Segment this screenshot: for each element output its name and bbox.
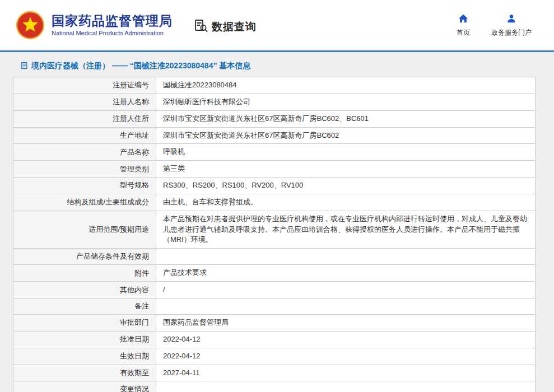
table-row: 变更情况 xyxy=(13,381,536,392)
table-row: 产品储存条件及有效期 xyxy=(13,249,536,265)
row-label: 批准日期 xyxy=(13,331,156,348)
table-row: 注册人名称深圳融昕医疗科技有限公司 xyxy=(13,94,536,110)
nav-home-label: 首页 xyxy=(457,28,470,38)
row-value: 本产品预期在对患者提供护理的专业医疗机构使用，或在专业医疗机构内部进行转运时使用… xyxy=(156,211,536,249)
page-title-text: 境内医疗器械（注册） —— “国械注准20223080484” 基本信息 xyxy=(31,61,250,71)
row-label: 适用范围/预期用途 xyxy=(13,211,156,249)
brand-text: 国家药品监督管理局 National Medical Products Admi… xyxy=(52,13,173,37)
table-row: 生产地址深圳市宝安区新安街道兴东社区67区高新奇厂房BC602 xyxy=(13,127,536,144)
table-row: 批准日期2022-04-12 xyxy=(13,331,536,348)
table-row: 产品名称呼吸机 xyxy=(13,144,536,161)
nav-home[interactable]: 首页 xyxy=(457,13,470,38)
row-value: RS300、RS200、RS100、RV200、RV100 xyxy=(156,178,536,194)
row-label: 备注 xyxy=(13,298,156,314)
national-emblem-icon xyxy=(16,11,45,40)
data-query-icon xyxy=(194,18,208,35)
row-label: 有效期至 xyxy=(13,365,156,381)
row-value: 2027-04-11 xyxy=(156,365,536,381)
table-row: 型号规格RS300、RS200、RS100、RV200、RV100 xyxy=(13,178,536,194)
row-value: 产品技术要求 xyxy=(156,265,536,282)
site-title: 国家药品监督管理局 xyxy=(52,13,173,28)
row-label: 注册人名称 xyxy=(13,94,156,110)
row-label: 其他内容 xyxy=(13,282,156,298)
table-row: 注册证编号国械注准20223080484 xyxy=(13,77,536,94)
row-value: 呼吸机 xyxy=(156,144,536,161)
user-icon xyxy=(506,13,516,26)
document-icon xyxy=(20,62,28,71)
registration-info-table: 注册证编号国械注准20223080484注册人名称深圳融昕医疗科技有限公司注册人… xyxy=(13,77,536,392)
row-value: 深圳市宝安区新安街道兴东社区67区高新奇厂房BC602 xyxy=(156,127,536,144)
row-label: 型号规格 xyxy=(13,178,156,194)
row-value: 由主机、台车和支撑臂组成。 xyxy=(156,194,536,211)
table-row: 管理类别第三类 xyxy=(13,161,536,178)
row-value: 国械注准20223080484 xyxy=(156,77,536,94)
row-label: 审批部门 xyxy=(13,314,156,331)
row-label: 产品名称 xyxy=(13,144,156,161)
nav-portal[interactable]: 政务服务门户 xyxy=(491,13,532,38)
home-icon xyxy=(458,13,468,26)
row-value: 2022-04-12 xyxy=(156,348,536,365)
page-title: 境内医疗器械（注册） —— “国械注准20223080484” 基本信息 xyxy=(20,61,541,71)
row-value xyxy=(156,298,536,314)
row-value: 国家药品监督管理局 xyxy=(156,314,536,331)
row-label: 产品储存条件及有效期 xyxy=(13,249,156,265)
row-label: 生效日期 xyxy=(13,348,156,365)
row-value xyxy=(156,381,536,392)
row-value: / xyxy=(156,282,536,298)
row-label: 附件 xyxy=(13,265,156,282)
table-row: 适用范围/预期用途本产品预期在对患者提供护理的专业医疗机构使用，或在专业医疗机构… xyxy=(13,211,536,249)
table-row: 生效日期2022-04-12 xyxy=(13,348,536,365)
table-row: 注册人住所深圳市宝安区新安街道兴东社区67区高新奇厂房BC602、BC601 xyxy=(13,110,536,127)
row-value: 2022-04-12 xyxy=(156,331,536,348)
row-label: 管理类别 xyxy=(13,161,156,178)
header-nav: 首页 政务服务门户 xyxy=(457,13,532,38)
content-area: 境内医疗器械（注册） —— “国械注准20223080484” 基本信息 注册证… xyxy=(0,52,554,392)
row-label: 注册证编号 xyxy=(13,77,156,94)
nav-portal-label: 政务服务门户 xyxy=(491,28,532,38)
info-table-body: 注册证编号国械注准20223080484注册人名称深圳融昕医疗科技有限公司注册人… xyxy=(13,77,536,392)
site-subtitle: National Medical Products Administration xyxy=(52,30,173,37)
table-row: 附件产品技术要求 xyxy=(13,265,536,282)
data-query-label: 数据查询 xyxy=(212,20,257,34)
row-label: 生产地址 xyxy=(13,127,156,144)
row-value: 第三类 xyxy=(156,161,536,178)
table-row: 备注 xyxy=(13,298,536,314)
row-label: 变更情况 xyxy=(13,381,156,392)
row-label: 注册人住所 xyxy=(13,110,156,127)
row-label: 结构及组成/主要组成成分 xyxy=(13,194,156,211)
table-row: 有效期至2027-04-11 xyxy=(13,365,536,381)
row-value: 深圳融昕医疗科技有限公司 xyxy=(156,94,536,110)
data-query-section: 数据查询 xyxy=(194,18,257,35)
table-row: 结构及组成/主要组成成分由主机、台车和支撑臂组成。 xyxy=(13,194,536,211)
table-row: 审批部门国家药品监督管理局 xyxy=(13,314,536,331)
brand: 国家药品监督管理局 National Medical Products Admi… xyxy=(16,11,173,40)
row-value xyxy=(156,249,536,265)
row-value: 深圳市宝安区新安街道兴东社区67区高新奇厂房BC602、BC601 xyxy=(156,110,536,127)
table-row: 其他内容/ xyxy=(13,282,536,298)
site-header: 国家药品监督管理局 National Medical Products Admi… xyxy=(0,0,554,50)
